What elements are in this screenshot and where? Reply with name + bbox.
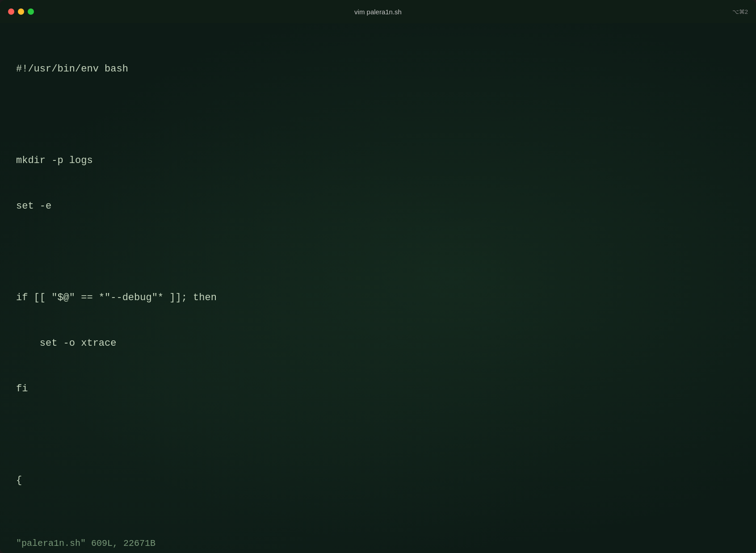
code-line-11 [16,519,740,534]
code-line-7: set -o xtrace [16,336,740,351]
code-line-1: #!/usr/bin/env bash [16,62,740,77]
status-text: "palera1n.sh" 609L, 22671B [16,538,155,549]
close-button[interactable] [8,8,14,15]
status-bar: "palera1n.sh" 609L, 22671B [0,536,756,553]
editor-body[interactable]: #!/usr/bin/env bash mkdir -p logs set -e… [0,23,756,536]
maximize-button[interactable] [28,8,34,15]
code-line-9 [16,427,740,442]
code-content: #!/usr/bin/env bash mkdir -p logs set -e… [16,31,740,536]
titlebar: vim palera1n.sh ⌥⌘2 [0,0,756,23]
code-line-2 [16,107,740,122]
code-line-5 [16,244,740,260]
window-shortcut: ⌥⌘2 [732,8,748,15]
traffic-lights [8,8,34,15]
code-line-6: if [[ "$@" == *"--debug"* ]]; then [16,290,740,306]
code-line-4: set -e [16,199,740,214]
code-line-3: mkdir -p logs [16,153,740,168]
code-line-8: fi [16,381,740,397]
window-title: vim palera1n.sh [354,8,402,16]
terminal-window: vim palera1n.sh ⌥⌘2 #!/usr/bin/env bash … [0,0,756,553]
minimize-button[interactable] [18,8,24,15]
code-line-10: { [16,473,740,488]
